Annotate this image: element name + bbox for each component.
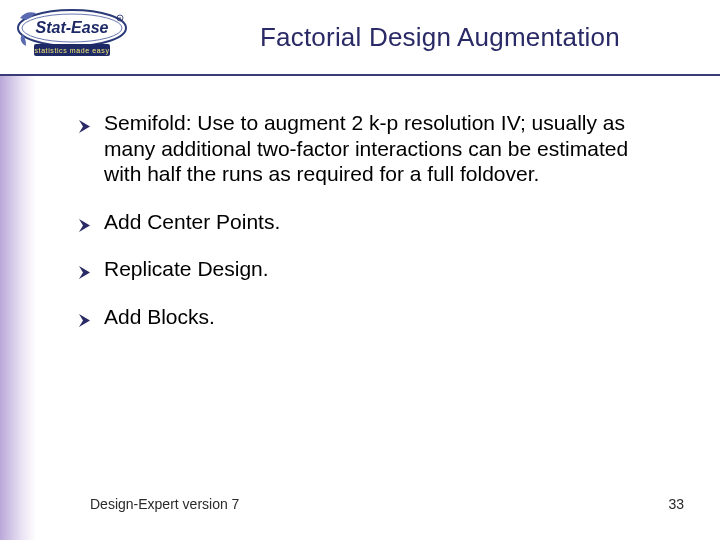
bullet-text: Add Center Points.	[104, 210, 280, 233]
bullet-text: Add Blocks.	[104, 305, 215, 328]
bullet-text: Replicate Design.	[104, 257, 269, 280]
arrow-bullet-icon	[78, 213, 93, 228]
left-gradient-decoration	[0, 76, 36, 540]
footer-version: Design-Expert version 7	[90, 496, 239, 512]
slide-body: Semifold: Use to augment 2 k-p resolutio…	[78, 110, 668, 352]
arrow-bullet-icon	[78, 114, 93, 129]
arrow-bullet-icon	[78, 308, 93, 323]
bullet-item: Add Blocks.	[78, 304, 668, 330]
bullet-item: Add Center Points.	[78, 209, 668, 235]
svg-text:Stat-Ease: Stat-Ease	[36, 19, 109, 36]
header-rule	[0, 74, 720, 76]
svg-text:R: R	[119, 16, 122, 21]
bullet-item: Semifold: Use to augment 2 k-p resolutio…	[78, 110, 668, 187]
stat-ease-logo: Stat-Ease R statistics made easy	[12, 6, 132, 62]
slide-title: Factorial Design Augmentation	[260, 22, 620, 53]
arrow-bullet-icon	[78, 260, 93, 275]
slide-header: Stat-Ease R statistics made easy Factori…	[0, 0, 720, 76]
footer-page-number: 33	[668, 496, 684, 512]
slide: Stat-Ease R statistics made easy Factori…	[0, 0, 720, 540]
svg-text:statistics made easy: statistics made easy	[34, 47, 109, 55]
bullet-item: Replicate Design.	[78, 256, 668, 282]
bullet-text: Semifold: Use to augment 2 k-p resolutio…	[104, 111, 628, 185]
